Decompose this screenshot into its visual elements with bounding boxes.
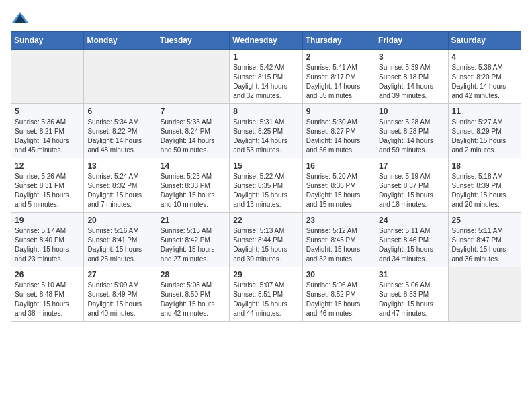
cell-line: and 27 minutes. [161, 255, 226, 264]
day-number: 19 [15, 216, 80, 225]
cell-line: Sunset: 8:52 PM [306, 290, 371, 300]
cell-line: Daylight: 15 hours [452, 191, 517, 200]
logo [11, 11, 31, 24]
cell-line: Sunrise: 5:09 AM [87, 281, 152, 290]
cell-line: Sunrise: 5:15 AM [161, 226, 226, 236]
cell-line: Sunrise: 5:18 AM [452, 172, 517, 181]
cell-content: Sunrise: 5:28 AMSunset: 8:28 PMDaylight:… [379, 118, 444, 155]
cell-line: and 56 minutes. [306, 146, 371, 155]
calendar-cell: 11Sunrise: 5:27 AMSunset: 8:29 PMDayligh… [448, 104, 521, 158]
calendar-cell: 2Sunrise: 5:41 AMSunset: 8:17 PMDaylight… [302, 50, 375, 104]
cell-line: and 59 minutes. [379, 146, 444, 155]
calendar-cell: 31Sunrise: 5:06 AMSunset: 8:53 PMDayligh… [375, 267, 448, 322]
cell-line: Sunset: 8:45 PM [306, 236, 371, 245]
calendar-cell: 9Sunrise: 5:30 AMSunset: 8:27 PMDaylight… [302, 104, 375, 158]
cell-line: Daylight: 15 hours [15, 300, 80, 309]
cell-line: Sunrise: 5:39 AM [379, 63, 444, 73]
cell-line: and 25 minutes. [87, 255, 152, 264]
header-cell-thursday: Thursday [302, 32, 375, 50]
cell-line: Sunset: 8:39 PM [452, 181, 517, 191]
cell-line: and 45 minutes. [15, 146, 80, 155]
cell-line: Daylight: 15 hours [161, 245, 226, 255]
cell-line: Sunset: 8:35 PM [233, 181, 298, 191]
calendar-cell: 12Sunrise: 5:26 AMSunset: 8:31 PMDayligh… [11, 158, 84, 213]
cell-line: Sunrise: 5:23 AM [161, 172, 226, 181]
cell-line: and 5 minutes. [15, 200, 80, 210]
header-cell-wednesday: Wednesday [230, 32, 302, 50]
cell-line: Sunset: 8:46 PM [379, 236, 444, 245]
cell-line: and 50 minutes. [161, 146, 226, 155]
cell-line: and 40 minutes. [87, 309, 152, 318]
cell-content: Sunrise: 5:24 AMSunset: 8:32 PMDaylight:… [87, 172, 152, 210]
day-number: 20 [87, 216, 152, 225]
cell-line: Sunrise: 5:22 AM [233, 172, 298, 181]
cell-line: Sunrise: 5:42 AM [233, 63, 298, 73]
week-row-1: 1Sunrise: 5:42 AMSunset: 8:15 PMDaylight… [11, 50, 521, 104]
cell-line: Sunset: 8:48 PM [15, 290, 80, 300]
cell-line: Sunset: 8:22 PM [87, 127, 152, 136]
cell-content: Sunrise: 5:09 AMSunset: 8:49 PMDaylight:… [87, 281, 152, 318]
day-number: 8 [233, 107, 298, 116]
cell-line: Sunrise: 5:27 AM [452, 118, 517, 127]
cell-content: Sunrise: 5:31 AMSunset: 8:25 PMDaylight:… [233, 118, 298, 155]
calendar-cell: 14Sunrise: 5:23 AMSunset: 8:33 PMDayligh… [157, 158, 229, 213]
cell-content: Sunrise: 5:16 AMSunset: 8:41 PMDaylight:… [87, 226, 152, 264]
cell-line: Daylight: 15 hours [15, 191, 80, 200]
day-number: 30 [306, 270, 371, 279]
day-number: 26 [15, 270, 80, 279]
header-cell-tuesday: Tuesday [157, 32, 229, 50]
calendar-cell [157, 50, 229, 104]
cell-line: and 53 minutes. [233, 146, 298, 155]
cell-line: and 32 minutes. [233, 91, 298, 101]
cell-line: Sunset: 8:53 PM [379, 290, 444, 300]
calendar-cell: 15Sunrise: 5:22 AMSunset: 8:35 PMDayligh… [230, 158, 302, 213]
cell-content: Sunrise: 5:39 AMSunset: 8:18 PMDaylight:… [379, 63, 444, 101]
calendar-cell [448, 267, 521, 322]
day-number: 6 [87, 107, 152, 116]
cell-line: Daylight: 15 hours [452, 245, 517, 255]
calendar-cell: 23Sunrise: 5:12 AMSunset: 8:45 PMDayligh… [302, 213, 375, 267]
calendar-cell: 25Sunrise: 5:11 AMSunset: 8:47 PMDayligh… [448, 213, 521, 267]
calendar-cell: 21Sunrise: 5:15 AMSunset: 8:42 PMDayligh… [157, 213, 229, 267]
cell-line: and 7 minutes. [87, 200, 152, 210]
cell-line: Sunset: 8:40 PM [15, 236, 80, 245]
calendar-cell: 6Sunrise: 5:34 AMSunset: 8:22 PMDaylight… [84, 104, 157, 158]
cell-line: and 20 minutes. [452, 200, 517, 210]
cell-content: Sunrise: 5:33 AMSunset: 8:24 PMDaylight:… [161, 118, 226, 155]
cell-line: Sunset: 8:27 PM [306, 127, 371, 136]
day-number: 17 [379, 161, 444, 171]
cell-content: Sunrise: 5:30 AMSunset: 8:27 PMDaylight:… [306, 118, 371, 155]
cell-line: Daylight: 14 hours [233, 136, 298, 146]
cell-line: and 35 minutes. [306, 91, 371, 101]
cell-line: Daylight: 14 hours [379, 136, 444, 146]
day-number: 7 [161, 107, 226, 116]
cell-line: Sunset: 8:29 PM [452, 127, 517, 136]
cell-line: and 34 minutes. [379, 255, 444, 264]
week-row-4: 19Sunrise: 5:17 AMSunset: 8:40 PMDayligh… [11, 213, 521, 267]
cell-line: Sunrise: 5:06 AM [379, 281, 444, 290]
calendar-cell: 30Sunrise: 5:06 AMSunset: 8:52 PMDayligh… [302, 267, 375, 322]
day-number: 28 [161, 270, 226, 279]
cell-line: Sunrise: 5:16 AM [87, 226, 152, 236]
day-number: 13 [87, 161, 152, 171]
cell-line: and 38 minutes. [15, 309, 80, 318]
cell-line: Daylight: 14 hours [306, 136, 371, 146]
week-row-5: 26Sunrise: 5:10 AMSunset: 8:48 PMDayligh… [11, 267, 521, 322]
calendar-cell: 16Sunrise: 5:20 AMSunset: 8:36 PMDayligh… [302, 158, 375, 213]
cell-content: Sunrise: 5:06 AMSunset: 8:53 PMDaylight:… [379, 281, 444, 318]
cell-line: Sunset: 8:32 PM [87, 181, 152, 191]
cell-line: Daylight: 14 hours [306, 82, 371, 91]
cell-line: Sunset: 8:17 PM [306, 73, 371, 82]
cell-line: Daylight: 15 hours [161, 191, 226, 200]
cell-line: Sunset: 8:51 PM [233, 290, 298, 300]
cell-content: Sunrise: 5:19 AMSunset: 8:37 PMDaylight:… [379, 172, 444, 210]
cell-line: Sunrise: 5:10 AM [15, 281, 80, 290]
cell-content: Sunrise: 5:11 AMSunset: 8:47 PMDaylight:… [452, 226, 517, 264]
cell-line: Sunset: 8:31 PM [15, 181, 80, 191]
cell-content: Sunrise: 5:07 AMSunset: 8:51 PMDaylight:… [233, 281, 298, 318]
cell-line: and 2 minutes. [452, 146, 517, 155]
cell-line: Sunrise: 5:12 AM [306, 226, 371, 236]
cell-line: Sunset: 8:20 PM [452, 73, 517, 82]
cell-line: Daylight: 15 hours [379, 191, 444, 200]
cell-line: Daylight: 15 hours [306, 191, 371, 200]
